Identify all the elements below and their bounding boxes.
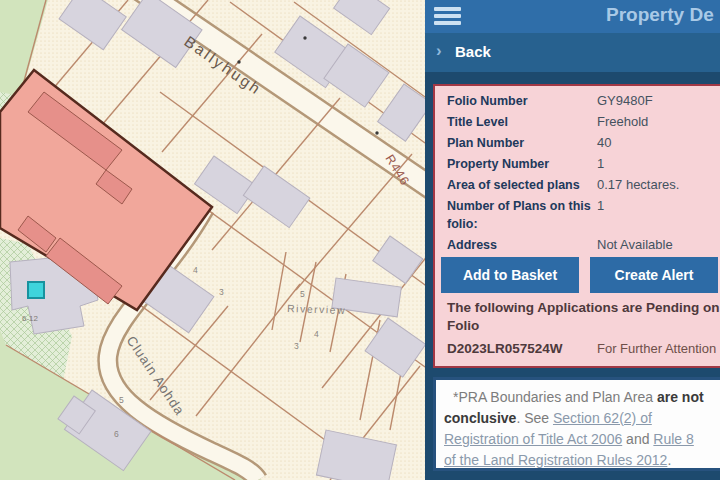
svg-text:4: 4	[314, 329, 319, 339]
table-row: Property Number 1	[447, 155, 720, 173]
row-value: 40	[597, 134, 611, 152]
table-row: Area of selected plans 0.17 hectares.	[447, 176, 720, 194]
table-row: Title Level Freehold	[447, 113, 720, 131]
property-details-panel: Property De › Back Folio Number GY9480F …	[425, 0, 720, 480]
disclaimer-bold: are not	[657, 389, 704, 405]
disclaimer-box: *PRA Boundaries and Plan Area are not co…	[433, 377, 720, 471]
pending-heading-line2: Folio	[447, 318, 479, 333]
row-value: 1	[597, 197, 604, 233]
row-label: Plan Number	[447, 134, 597, 152]
svg-text:5: 5	[119, 395, 124, 405]
folio-details-box: Folio Number GY9480F Title Level Freehol…	[433, 84, 720, 368]
panel-header: Property De	[425, 0, 720, 33]
disclaimer-line: of the Land Registration Rules 2012.	[444, 450, 720, 471]
application-status: For Further Attention	[597, 341, 716, 356]
map-label-building-range: 6-12	[22, 314, 39, 323]
row-label: Area of selected plans	[447, 176, 597, 194]
row-label: Folio Number	[447, 92, 597, 110]
create-alert-button[interactable]: Create Alert	[590, 257, 718, 293]
disclaimer-text: .	[667, 452, 671, 468]
row-label: Address	[447, 236, 597, 254]
disclaimer-text: and	[622, 431, 653, 447]
section-62-link[interactable]: Registration of Title Act 2006	[444, 431, 622, 447]
map-label-estate: Riverview	[287, 302, 346, 316]
section-62-link[interactable]: Section 62(2) of	[553, 410, 652, 426]
row-value: Freehold	[597, 113, 648, 131]
pending-application-row: D2023LR057524W For Further Attention	[447, 341, 716, 356]
table-row: Folio Number GY9480F	[447, 92, 720, 110]
application-number: D2023LR057524W	[447, 341, 597, 356]
table-row: Plan Number 40	[447, 134, 720, 152]
table-row: Address Not Available	[447, 236, 720, 254]
row-value: GY9480F	[597, 92, 653, 110]
map-marker[interactable]	[28, 282, 44, 298]
chevron-right-icon: ›	[436, 41, 442, 61]
map-canvas[interactable]: Ballyhugh R446 Riverview Cluain Aohda 6-…	[0, 0, 432, 480]
row-label: Number of Plans on this folio:	[447, 197, 597, 233]
pending-applications-heading: The following Applications are Pending o…	[447, 299, 720, 335]
rule-link[interactable]: of the Land Registration Rules 2012	[444, 452, 667, 468]
pending-heading-line1: The following Applications are Pending o…	[447, 299, 720, 317]
add-to-basket-button[interactable]: Add to Basket	[441, 257, 579, 293]
row-label: Property Number	[447, 155, 597, 173]
panel-title: Property De	[606, 4, 714, 26]
table-row: Number of Plans on this folio: 1	[447, 197, 720, 233]
svg-text:3: 3	[294, 341, 299, 351]
disclaimer-line: *PRA Boundaries and Plan Area are not	[444, 387, 720, 408]
back-label: Back	[455, 43, 491, 60]
row-label: Title Level	[447, 113, 597, 131]
row-value: Not Available	[597, 236, 673, 254]
svg-text:5: 5	[300, 289, 305, 299]
svg-text:4: 4	[193, 265, 198, 275]
disclaimer-text: . See	[516, 410, 553, 426]
disclaimer-line: Registration of Title Act 2006 and Rule …	[444, 429, 720, 450]
row-value: 1	[597, 155, 604, 173]
rule-link[interactable]: Rule 8	[653, 431, 693, 447]
app-window: Ballyhugh R446 Riverview Cluain Aohda 6-…	[0, 0, 720, 480]
menu-icon[interactable]	[434, 7, 461, 26]
row-value: 0.17 hectares.	[597, 176, 679, 194]
disclaimer-text: *PRA Boundaries and Plan Area	[453, 389, 657, 405]
disclaimer-bold: conclusive	[444, 410, 516, 426]
disclaimer-line: conclusive. See Section 62(2) of	[444, 408, 720, 429]
svg-text:6: 6	[114, 429, 119, 439]
back-button[interactable]: › Back	[425, 33, 720, 72]
svg-text:3: 3	[219, 287, 224, 297]
